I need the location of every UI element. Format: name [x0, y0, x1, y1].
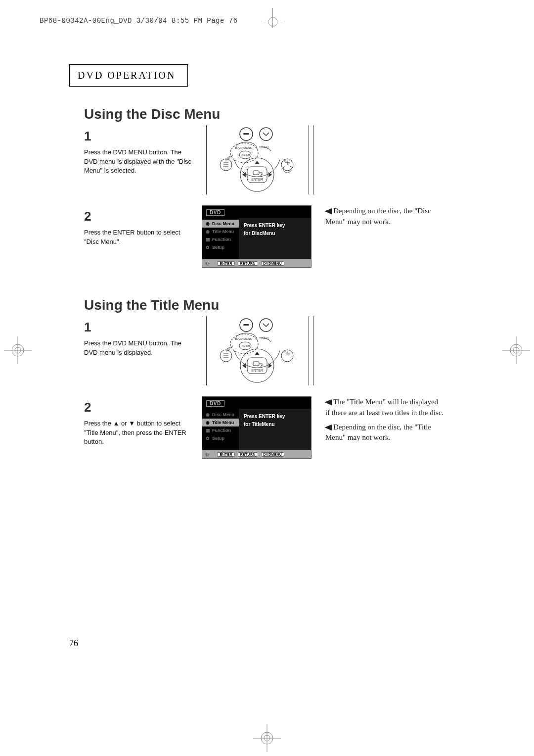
osd-item-setup: ✿Setup — [202, 243, 239, 251]
registration-mark-icon — [253, 724, 281, 752]
osd-title: DVD — [206, 400, 224, 407]
svg-text:FAV. CH: FAV. CH — [241, 344, 250, 347]
left-arrow-icon: ◀ — [325, 422, 332, 432]
grid-icon: ▦ — [205, 237, 210, 242]
svg-point-15 — [260, 128, 272, 141]
osd-footer: ▫▯▫ ENTER RETURN DVDMENU — [202, 450, 311, 458]
registration-mark-icon — [4, 336, 32, 364]
dpad-icon: ▫▯▫ — [205, 261, 209, 266]
gear-icon: ✿ — [205, 245, 210, 250]
registration-mark-icon — [502, 336, 530, 364]
osd-hint: ENTER — [217, 452, 234, 457]
step-block: 2 Press the ▲ or ▼ button to select "Tit… — [84, 396, 193, 447]
remote-illustration: DVD MENU FAV. CH INFO MENU EXIT — [202, 125, 313, 194]
svg-rect-29 — [253, 171, 259, 175]
osd-hint: RETURN — [238, 452, 258, 457]
svg-text:INFO: INFO — [262, 145, 269, 148]
osd-message: for DiscMenu — [244, 230, 306, 237]
left-arrow-icon: ◀ — [325, 205, 332, 216]
osd-item-disc-menu: ◉Disc Menu — [202, 220, 239, 228]
heading-disc-menu: Using the Disc Menu — [84, 106, 465, 122]
grid-icon: ▦ — [205, 428, 210, 433]
step-number: 1 — [84, 127, 193, 146]
page-number: 76 — [69, 638, 78, 649]
step-instruction: Press the DVD MENU button. The DVD menu … — [84, 339, 193, 358]
svg-rect-32 — [243, 324, 249, 326]
svg-text:EXIT: EXIT — [283, 350, 290, 356]
svg-text:INFO: INFO — [262, 336, 269, 339]
osd-item-function: ▦Function — [202, 236, 239, 243]
osd-screenshot: DVD ◉Disc Menu ◉Title Menu ▦Function ✿Se… — [202, 396, 312, 459]
osd-item-setup: ✿Setup — [202, 434, 239, 442]
svg-point-0 — [268, 17, 277, 26]
heading-title-menu: Using the Title Menu — [84, 297, 465, 313]
svg-text:ENTER: ENTER — [251, 369, 263, 372]
left-arrow-icon: ◀ — [325, 396, 332, 407]
svg-rect-14 — [243, 133, 249, 135]
step-instruction: Press the DVD MENU button. The DVD menu … — [84, 148, 193, 176]
osd-hint: DVDMENU — [261, 261, 285, 266]
section-label: DVD OPERATION — [69, 64, 188, 87]
svg-rect-48 — [253, 362, 259, 366]
up-arrow-icon: ▲ — [113, 420, 120, 427]
osd-item-disc-menu: ◉Disc Menu — [202, 411, 239, 419]
svg-text:FAV. CH: FAV. CH — [241, 153, 250, 156]
side-note: ◀The "Title Menu" will be displayed if t… — [325, 396, 444, 446]
disc-icon: ◉ — [205, 420, 210, 425]
osd-footer: ▫▯▫ ENTER RETURN DVDMENU — [202, 259, 311, 267]
side-note: ◀Depending on the disc, the "Disc Menu" … — [325, 205, 444, 231]
disc-icon: ◉ — [205, 412, 210, 417]
step-block: 2 Press the ENTER button to select "Disc… — [84, 205, 193, 246]
osd-title: DVD — [206, 209, 224, 216]
step-instruction: Press the ▲ or ▼ button to select "Title… — [84, 419, 193, 447]
osd-message: for TitleMenu — [244, 421, 306, 428]
osd-item-title-menu: ◉Title Menu — [202, 419, 239, 426]
osd-hint: DVDMENU — [261, 452, 285, 457]
step-number: 2 — [84, 207, 193, 226]
step-number: 1 — [84, 318, 193, 337]
step-block: 1 Press the DVD MENU button. The DVD men… — [84, 316, 193, 357]
step-number: 2 — [84, 398, 193, 417]
svg-text:DVD MENU: DVD MENU — [236, 337, 252, 340]
osd-item-function: ▦Function — [202, 426, 239, 434]
crop-mark-icon — [263, 8, 283, 28]
print-header: BP68-00342A-00Eng_DVD 3/30/04 8:55 PM Pa… — [40, 17, 238, 25]
disc-icon: ◉ — [205, 229, 210, 234]
dpad-icon: ▫▯▫ — [205, 452, 209, 457]
osd-message: Press ENTER key — [244, 413, 306, 421]
remote-illustration: DVD MENU FAV. CH INFO MENU EXIT ENTER — [202, 316, 313, 385]
disc-icon: ◉ — [205, 221, 210, 226]
osd-screenshot: DVD ◉Disc Menu ◉Title Menu ▦Function ✿Se… — [202, 205, 312, 268]
step-block: 1 Press the DVD MENU button. The DVD men… — [84, 125, 193, 176]
gear-icon: ✿ — [205, 436, 210, 441]
dvd-menu-label: DVD MENU — [236, 146, 252, 149]
svg-text:ENTER: ENTER — [251, 178, 263, 181]
osd-hint: RETURN — [238, 261, 258, 266]
osd-message: Press ENTER key — [244, 222, 306, 230]
osd-hint: ENTER — [217, 261, 234, 266]
step-instruction: Press the ENTER button to select "Disc M… — [84, 228, 193, 247]
osd-item-title-menu: ◉Title Menu — [202, 228, 239, 236]
down-arrow-icon: ▼ — [129, 420, 135, 427]
svg-point-33 — [260, 319, 272, 331]
